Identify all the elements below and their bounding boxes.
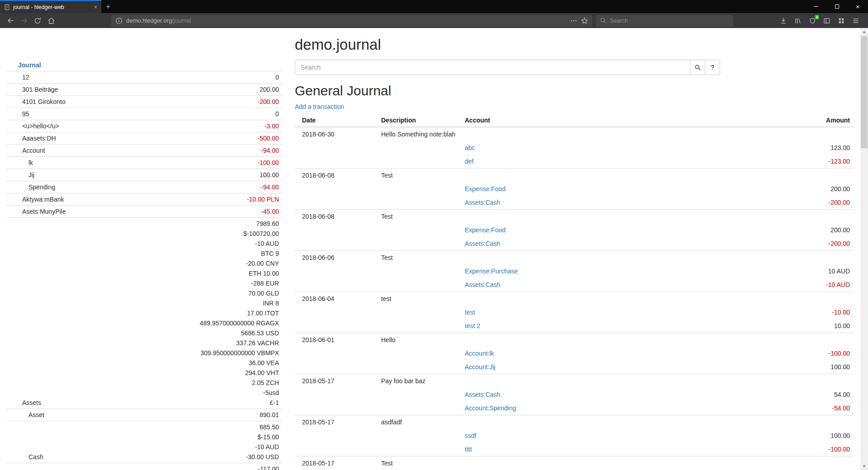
grid-apps-button[interactable] bbox=[835, 14, 848, 27]
sidebar-account-link[interactable]: Account bbox=[22, 146, 45, 155]
scrollbar-up-arrow-icon[interactable]: ▲ bbox=[860, 28, 868, 36]
balance-amount: 890.01 bbox=[126, 410, 279, 420]
posting-account-link[interactable]: Account:Jij bbox=[465, 363, 495, 371]
new-tab-button[interactable]: + bbox=[101, 0, 115, 13]
sidebar-balance: 7989.60$-100720.00-10 AUDBTC 9-20.00 CNY… bbox=[123, 218, 283, 409]
window-minimize-button[interactable] bbox=[806, 0, 826, 13]
sidebar-journal-link[interactable]: Journal bbox=[18, 61, 41, 69]
sidebar-balance: 0 bbox=[123, 108, 283, 120]
posting-row: Account:lk -100.00 bbox=[295, 347, 854, 360]
search-help-button[interactable]: ? bbox=[705, 60, 720, 75]
balance-amount: -500.00 bbox=[126, 133, 279, 143]
sidebar-account-link[interactable]: 301 Beiträge bbox=[22, 85, 58, 94]
transaction-row[interactable]: 2018-05-17 Test bbox=[295, 456, 854, 470]
add-transaction-link[interactable]: Add a transaction bbox=[295, 103, 344, 110]
header-account: Account bbox=[461, 114, 795, 127]
transaction-row[interactable]: 2018-05-17 asdfadf bbox=[295, 415, 854, 429]
page-actions-icon[interactable] bbox=[570, 17, 577, 24]
posting-account-link[interactable]: test 2 bbox=[465, 322, 480, 329]
posting-amount: 100.00 bbox=[795, 429, 854, 442]
page-scrollbar[interactable]: ▲ ▼ bbox=[860, 28, 868, 470]
register-table: Date Description Account Amount 2018-06-… bbox=[295, 114, 854, 470]
posting-account-link[interactable]: Account:Spending bbox=[465, 404, 516, 412]
journal-search-input[interactable] bbox=[295, 60, 690, 75]
posting-account-link[interactable]: Expense:Food bbox=[465, 185, 505, 193]
balance-amount: -94.00 bbox=[126, 146, 279, 155]
tab-close-icon[interactable]: × bbox=[94, 4, 97, 10]
browser-tab[interactable]: journal - hledger-web × bbox=[0, 0, 101, 13]
posting-account-link[interactable]: def bbox=[465, 158, 473, 165]
posting-account-link[interactable]: test bbox=[465, 309, 475, 316]
transaction-row[interactable]: 2018-05-17 Pay foo bar baz bbox=[295, 374, 854, 388]
balance-amount: 70.00 GLD bbox=[126, 288, 279, 298]
posting-account-link[interactable]: Expense:Food bbox=[465, 226, 505, 234]
sidebar-account-link[interactable]: Asset bbox=[28, 410, 44, 420]
sidebar-account-link[interactable]: <u>hello</u> bbox=[22, 121, 59, 131]
sidebar-account-row: Assets 7989.60$-100720.00-10 AUDBTC 9-20… bbox=[7, 218, 283, 409]
journal-search-button[interactable] bbox=[690, 60, 705, 75]
main-content: demo.journal ? General Journal Add a tra… bbox=[295, 28, 854, 470]
scrollbar-thumb[interactable] bbox=[861, 36, 868, 148]
posting-account-link[interactable]: Assets:Cash bbox=[465, 391, 500, 398]
library-button[interactable] bbox=[791, 14, 805, 27]
site-info-icon[interactable] bbox=[115, 17, 123, 24]
transaction-row[interactable]: 2018-06-06 Test bbox=[295, 251, 854, 265]
transaction-row[interactable]: 2018-06-30 Hello Something note:blah bbox=[295, 127, 854, 141]
bookmark-star-icon[interactable] bbox=[581, 17, 588, 24]
posting-account-link[interactable]: tttt bbox=[465, 446, 472, 453]
tx-description: Hello bbox=[377, 333, 461, 347]
posting-account-link[interactable]: ssdf bbox=[465, 432, 476, 439]
sidebar-account-link[interactable]: 12 bbox=[22, 72, 29, 82]
home-button[interactable] bbox=[44, 14, 58, 27]
sidebar-account-link[interactable]: 4101 Girokonto bbox=[22, 97, 66, 107]
url-bar[interactable]: demo.hledger.org/journal bbox=[111, 15, 592, 27]
balance-amount: 100.00 bbox=[126, 170, 279, 180]
sidebar-account-link[interactable]: Cash bbox=[28, 452, 43, 462]
transaction-row[interactable]: 2018-06-08 Test bbox=[295, 210, 854, 224]
sidebar-account-link[interactable]: Assets bbox=[22, 398, 41, 408]
posting-amount: -54.00 bbox=[795, 401, 854, 415]
browser-search-field[interactable]: Search bbox=[596, 15, 733, 27]
reload-button[interactable] bbox=[31, 14, 44, 27]
sidebar-account-link[interactable]: Asets:MunyPile bbox=[22, 207, 66, 216]
sidebar-account-row: Cash 685.50$-15.00-10 AUD-30.00 USD bbox=[7, 421, 283, 463]
sidebar-account-row: Account -94.00 bbox=[7, 145, 283, 157]
page-title: demo.journal bbox=[295, 28, 854, 53]
window-close-button[interactable]: × bbox=[847, 0, 868, 13]
browser-tab-bar: journal - hledger-web × + × bbox=[0, 0, 868, 13]
posting-amount: 100.00 bbox=[795, 360, 854, 374]
forward-button[interactable] bbox=[17, 14, 31, 27]
posting-account-link[interactable]: Assets:Cash bbox=[465, 199, 500, 206]
posting-account-link[interactable]: Assets:Cash bbox=[465, 240, 500, 247]
sidebar-account-link[interactable]: 95 bbox=[22, 109, 29, 119]
balance-amount: $-100720.00 bbox=[126, 229, 279, 239]
sidebar-account-row: Aaasets:DH -500.00 bbox=[7, 132, 283, 145]
back-button[interactable] bbox=[4, 14, 17, 27]
posting-account-link[interactable]: Expense:Purchase bbox=[465, 268, 518, 275]
window-maximize-button[interactable] bbox=[826, 0, 847, 13]
sidebar-balance: -10.00 PLN bbox=[123, 193, 283, 206]
sidebar-toggle-button[interactable] bbox=[820, 14, 834, 27]
extension-button[interactable]: 0 bbox=[806, 14, 819, 27]
balance-amount: 5686.53 USD bbox=[126, 328, 279, 338]
sidebar-account-link[interactable]: Aktywa:mBank bbox=[22, 194, 64, 204]
register-body: 2018-06-30 Hello Something note:blah abc… bbox=[295, 127, 854, 470]
posting-row: Assets:Cash -10 AUD bbox=[295, 278, 854, 292]
posting-account-link[interactable]: abc bbox=[465, 144, 475, 151]
sidebar-account-row: Spending -94.00 bbox=[7, 181, 283, 193]
sidebar-account-link[interactable]: lk bbox=[28, 158, 33, 168]
menu-hamburger-button[interactable] bbox=[849, 14, 863, 27]
extension-badge: 0 bbox=[815, 15, 819, 19]
sidebar-account-link[interactable]: Jij bbox=[28, 170, 34, 180]
scrollbar-down-arrow-icon[interactable]: ▼ bbox=[860, 462, 868, 470]
search-icon bbox=[600, 17, 607, 24]
transaction-row[interactable]: 2018-06-04 test bbox=[295, 292, 854, 306]
posting-account-link[interactable]: Assets:Cash bbox=[465, 281, 500, 288]
downloads-button[interactable] bbox=[777, 14, 790, 27]
transaction-row[interactable]: 2018-06-08 Test bbox=[295, 169, 854, 183]
posting-account-link[interactable]: Account:lk bbox=[465, 350, 494, 357]
sidebar-account-link[interactable]: Spending bbox=[28, 182, 55, 192]
transaction-row[interactable]: 2018-06-01 Hello bbox=[295, 333, 854, 347]
posting-row: Assets:Cash -200.00 bbox=[295, 237, 854, 251]
sidebar-account-link[interactable]: Aaasets:DH bbox=[22, 133, 56, 143]
